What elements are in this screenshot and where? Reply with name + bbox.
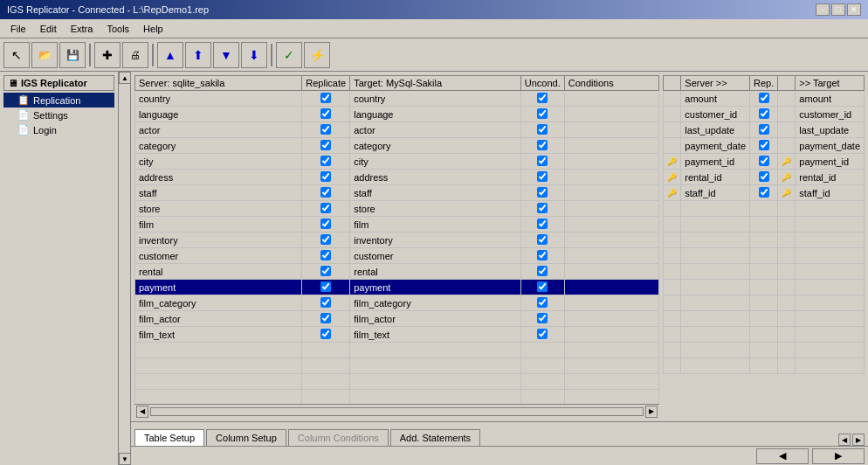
right-rep-checkbox[interactable] bbox=[759, 124, 769, 135]
menu-file[interactable]: File bbox=[3, 22, 33, 36]
close-button[interactable]: ✕ bbox=[847, 3, 861, 16]
tab-nav-left[interactable]: ◀ bbox=[838, 434, 851, 446]
menu-edit[interactable]: Edit bbox=[33, 22, 64, 36]
left-row-uncond[interactable] bbox=[520, 122, 564, 138]
left-row-uncond[interactable] bbox=[520, 311, 564, 327]
bottom-next-btn[interactable]: ▶ bbox=[812, 448, 865, 464]
uncond-checkbox[interactable] bbox=[537, 266, 548, 276]
left-row-replicate[interactable] bbox=[302, 154, 350, 170]
right-row-rep[interactable] bbox=[750, 185, 778, 201]
print-button[interactable]: 🖨 bbox=[122, 42, 148, 68]
left-row-uncond[interactable] bbox=[520, 170, 564, 185]
left-row-replicate[interactable] bbox=[302, 91, 350, 107]
left-row-uncond[interactable] bbox=[520, 295, 564, 311]
left-row-replicate[interactable] bbox=[302, 248, 350, 264]
left-row-replicate[interactable] bbox=[302, 232, 350, 248]
replicate-checkbox[interactable] bbox=[320, 250, 331, 260]
right-row-rep[interactable] bbox=[750, 154, 778, 170]
right-rep-checkbox[interactable] bbox=[759, 93, 769, 103]
right-rep-checkbox[interactable] bbox=[759, 140, 769, 150]
sidebar-item-replication[interactable]: 📋 Replication bbox=[3, 93, 114, 108]
replicate-checkbox[interactable] bbox=[320, 234, 331, 245]
replicate-checkbox[interactable] bbox=[320, 281, 331, 292]
left-row-uncond[interactable] bbox=[520, 217, 564, 232]
tab-column-conditions[interactable]: Column Conditions bbox=[288, 429, 389, 446]
replicate-checkbox[interactable] bbox=[320, 219, 331, 229]
replicate-checkbox[interactable] bbox=[320, 297, 331, 308]
tab-column-setup[interactable]: Column Setup bbox=[206, 429, 286, 446]
replicate-checkbox[interactable] bbox=[320, 124, 331, 135]
download-button[interactable]: ⬇ bbox=[241, 42, 267, 68]
left-row-replicate[interactable] bbox=[302, 311, 350, 327]
left-row-uncond[interactable] bbox=[520, 232, 564, 248]
up-button[interactable]: ▲ bbox=[157, 42, 183, 68]
left-row-uncond[interactable] bbox=[520, 91, 564, 107]
left-row-uncond[interactable] bbox=[520, 201, 564, 217]
tab-table-setup[interactable]: Table Setup bbox=[134, 429, 204, 446]
sidebar-item-settings[interactable]: 📄 Settings bbox=[3, 108, 114, 122]
check-button[interactable]: ✓ bbox=[276, 42, 302, 68]
uncond-checkbox[interactable] bbox=[537, 124, 548, 135]
down-button[interactable]: ▼ bbox=[213, 42, 239, 68]
cursor-button[interactable]: ↖ bbox=[3, 42, 30, 68]
uncond-checkbox[interactable] bbox=[537, 203, 548, 213]
left-scroll-left[interactable]: ◀ bbox=[136, 406, 148, 418]
left-row-replicate[interactable] bbox=[302, 138, 350, 154]
uncond-checkbox[interactable] bbox=[537, 234, 548, 245]
left-row-uncond[interactable] bbox=[520, 248, 564, 264]
maximize-button[interactable]: □ bbox=[831, 3, 845, 16]
uncond-checkbox[interactable] bbox=[537, 281, 548, 292]
replicate-checkbox[interactable] bbox=[320, 140, 331, 150]
uncond-checkbox[interactable] bbox=[537, 156, 548, 166]
lightning-button[interactable]: ⚡ bbox=[304, 42, 330, 68]
right-row-rep[interactable] bbox=[750, 138, 778, 154]
left-row-uncond[interactable] bbox=[520, 154, 564, 170]
sidebar-item-login[interactable]: 📄 Login bbox=[3, 122, 114, 137]
menu-tools[interactable]: Tools bbox=[100, 22, 136, 36]
left-row-uncond[interactable] bbox=[520, 280, 564, 295]
tab-nav-right[interactable]: ▶ bbox=[852, 434, 865, 446]
uncond-checkbox[interactable] bbox=[537, 219, 548, 229]
left-row-replicate[interactable] bbox=[302, 107, 350, 122]
left-row-uncond[interactable] bbox=[520, 107, 564, 122]
replicate-checkbox[interactable] bbox=[320, 108, 331, 119]
right-row-rep[interactable] bbox=[750, 107, 778, 122]
right-rep-checkbox[interactable] bbox=[759, 156, 769, 166]
open-button[interactable]: 📂 bbox=[31, 42, 58, 68]
left-row-replicate[interactable] bbox=[302, 170, 350, 185]
tab-add-statements[interactable]: Add. Statements bbox=[390, 429, 480, 446]
replicate-checkbox[interactable] bbox=[320, 266, 331, 276]
replicate-checkbox[interactable] bbox=[320, 156, 331, 166]
uncond-checkbox[interactable] bbox=[537, 140, 548, 150]
left-row-replicate[interactable] bbox=[302, 185, 350, 201]
left-row-replicate[interactable] bbox=[302, 122, 350, 138]
replicate-checkbox[interactable] bbox=[320, 93, 331, 103]
uncond-checkbox[interactable] bbox=[537, 313, 548, 323]
uncond-checkbox[interactable] bbox=[537, 93, 548, 103]
right-rep-checkbox[interactable] bbox=[759, 171, 769, 182]
left-row-uncond[interactable] bbox=[520, 138, 564, 154]
replicate-checkbox[interactable] bbox=[320, 329, 331, 339]
replicate-checkbox[interactable] bbox=[320, 171, 331, 182]
upload-button[interactable]: ⬆ bbox=[185, 42, 211, 68]
save-button[interactable]: 💾 bbox=[59, 42, 86, 68]
menu-help[interactable]: Help bbox=[136, 22, 170, 36]
uncond-checkbox[interactable] bbox=[537, 187, 548, 198]
right-rep-checkbox[interactable] bbox=[759, 108, 769, 119]
uncond-checkbox[interactable] bbox=[537, 108, 548, 119]
add-button[interactable]: ✚ bbox=[94, 42, 121, 68]
left-row-replicate[interactable] bbox=[302, 217, 350, 232]
menu-extra[interactable]: Extra bbox=[64, 22, 100, 36]
left-scroll-track[interactable] bbox=[150, 407, 644, 416]
left-row-replicate[interactable] bbox=[302, 280, 350, 295]
right-row-rep[interactable] bbox=[750, 122, 778, 138]
uncond-checkbox[interactable] bbox=[537, 171, 548, 182]
uncond-checkbox[interactable] bbox=[537, 297, 548, 308]
sidebar-scroll-down[interactable]: ▼ bbox=[119, 453, 131, 465]
left-row-replicate[interactable] bbox=[302, 295, 350, 311]
replicate-checkbox[interactable] bbox=[320, 187, 331, 198]
right-row-rep[interactable] bbox=[750, 91, 778, 107]
left-row-uncond[interactable] bbox=[520, 264, 564, 280]
uncond-checkbox[interactable] bbox=[537, 250, 548, 260]
right-rep-checkbox[interactable] bbox=[759, 187, 769, 198]
